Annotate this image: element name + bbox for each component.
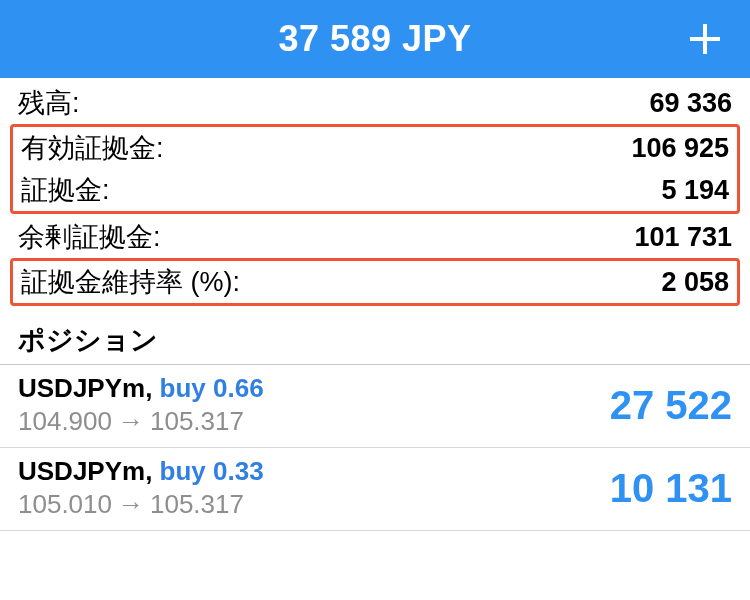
- free-margin-label: 余剰証拠金:: [18, 219, 161, 255]
- position-row[interactable]: USDJPYm, buy 0.66 104.900 → 105.317 27 5…: [0, 365, 750, 448]
- position-order-type: buy 0.66: [160, 373, 264, 403]
- position-profit: 27 522: [610, 383, 732, 428]
- account-balance-title: 37 589 JPY: [278, 18, 471, 60]
- position-details: USDJPYm, buy 0.33 105.010 → 105.317: [18, 456, 264, 520]
- margin-level-value: 2 058: [661, 267, 729, 298]
- margin-value: 5 194: [661, 175, 729, 206]
- position-current-price: 105.317: [150, 406, 244, 437]
- position-price-line: 105.010 → 105.317: [18, 489, 264, 520]
- free-margin-row: 余剰証拠金: 101 731: [10, 216, 740, 258]
- margin-row: 証拠金: 5 194: [13, 169, 737, 211]
- position-open-price: 105.010: [18, 489, 112, 520]
- balance-row: 残高: 69 336: [10, 82, 740, 124]
- position-details: USDJPYm, buy 0.66 104.900 → 105.317: [18, 373, 264, 437]
- balance-label: 残高:: [18, 85, 80, 121]
- position-symbol-line: USDJPYm, buy 0.33: [18, 456, 264, 487]
- svg-rect-1: [690, 37, 720, 41]
- position-row[interactable]: USDJPYm, buy 0.33 105.010 → 105.317 10 1…: [0, 448, 750, 531]
- margin-level-row: 証拠金維持率 (%): 2 058: [13, 261, 737, 303]
- free-margin-value: 101 731: [634, 222, 732, 253]
- position-symbol: USDJPYm: [18, 456, 145, 486]
- balance-value: 69 336: [649, 88, 732, 119]
- position-symbol-line: USDJPYm, buy 0.66: [18, 373, 264, 404]
- highlight-group-equity: 有効証拠金: 106 925 証拠金: 5 194: [10, 124, 740, 214]
- account-summary: 残高: 69 336 有効証拠金: 106 925 証拠金: 5 194 余剰証…: [0, 78, 750, 310]
- position-symbol: USDJPYm: [18, 373, 145, 403]
- equity-row: 有効証拠金: 106 925: [13, 127, 737, 169]
- positions-section-header: ポジション: [0, 316, 750, 365]
- add-icon[interactable]: [688, 22, 722, 56]
- position-order-type: buy 0.33: [160, 456, 264, 486]
- position-open-price: 104.900: [18, 406, 112, 437]
- header-bar: 37 589 JPY: [0, 0, 750, 78]
- position-current-price: 105.317: [150, 489, 244, 520]
- arrow-right-icon: →: [118, 489, 144, 520]
- highlight-group-margin-level: 証拠金維持率 (%): 2 058: [10, 258, 740, 306]
- margin-label: 証拠金:: [21, 172, 110, 208]
- equity-label: 有効証拠金:: [21, 130, 164, 166]
- arrow-right-icon: →: [118, 406, 144, 437]
- position-price-line: 104.900 → 105.317: [18, 406, 264, 437]
- equity-value: 106 925: [631, 133, 729, 164]
- margin-level-label: 証拠金維持率 (%):: [21, 264, 240, 300]
- position-profit: 10 131: [610, 466, 732, 511]
